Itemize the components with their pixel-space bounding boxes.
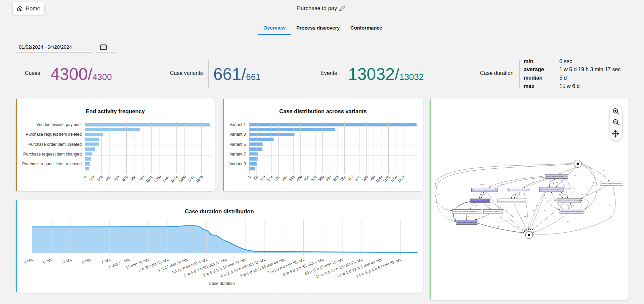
svg-text:290: 290 xyxy=(593,182,596,183)
svg-text:Purchase request item: release: Purchase request item: released xyxy=(22,162,82,166)
svg-text:870: 870 xyxy=(354,175,361,182)
svg-text:1340: 1340 xyxy=(162,175,170,183)
svg-text:1608: 1608 xyxy=(178,175,187,183)
svg-text:Purchase order item: created (: Purchase order item: created (1230) xyxy=(546,176,567,177)
svg-text:0: 0 xyxy=(247,175,252,179)
svg-text:1876: 1876 xyxy=(195,175,204,183)
svg-text:60: 60 xyxy=(556,182,558,183)
svg-text:91: 91 xyxy=(564,193,566,195)
svg-text:128: 128 xyxy=(585,193,588,195)
svg-text:1044: 1044 xyxy=(375,175,383,183)
svg-text:227: 227 xyxy=(608,205,611,206)
svg-text:1218: 1218 xyxy=(397,175,405,183)
svg-text:Variant 5: Variant 5 xyxy=(229,142,246,147)
svg-text:174: 174 xyxy=(266,175,273,182)
svg-text:134: 134 xyxy=(88,175,95,182)
svg-text:15: 15 xyxy=(506,221,508,222)
svg-text:123: 123 xyxy=(574,175,577,177)
svg-text:268: 268 xyxy=(96,175,103,182)
svg-text:696: 696 xyxy=(332,175,339,182)
svg-text:812: 812 xyxy=(347,175,354,182)
svg-text:Variant 3: Variant 3 xyxy=(229,132,246,137)
svg-text:73: 73 xyxy=(488,205,490,206)
svg-text:Vendor invoice: payment (1932): Vendor invoice: payment (1932) xyxy=(457,221,477,223)
svg-text:132: 132 xyxy=(559,193,562,195)
svg-text:Case distribution across varia: Case distribution across variants xyxy=(279,108,367,114)
svg-text:141: 141 xyxy=(552,182,555,183)
svg-text:938: 938 xyxy=(138,175,145,182)
svg-text:75: 75 xyxy=(437,193,439,195)
svg-text:0 sec: 0 sec xyxy=(62,257,73,265)
svg-text:31: 31 xyxy=(480,193,482,195)
svg-text:188: 188 xyxy=(532,210,534,212)
svg-text:79: 79 xyxy=(475,205,477,206)
svg-text:Purchase request item deleted: Purchase request item deleted (201) xyxy=(601,182,622,184)
svg-text:Purchase request item changed: Purchase request item changed xyxy=(23,152,82,157)
svg-text:74: 74 xyxy=(544,210,546,212)
svg-text:290: 290 xyxy=(281,175,288,182)
svg-text:754: 754 xyxy=(340,175,347,182)
svg-text:638: 638 xyxy=(325,175,332,182)
svg-text:1072: 1072 xyxy=(145,175,154,183)
svg-text:Purchase order item: goods rec: Purchase order item: goods receipt (377) xyxy=(472,189,497,191)
svg-text:143: 143 xyxy=(549,199,551,201)
svg-text:0: 0 xyxy=(83,175,87,179)
svg-text:1878: 1878 xyxy=(497,226,500,228)
svg-text:Purchase request item deleted: Purchase request item deleted xyxy=(26,132,82,137)
svg-text:132: 132 xyxy=(554,199,557,201)
svg-text:402: 402 xyxy=(105,175,112,182)
svg-text:522: 522 xyxy=(310,175,317,182)
svg-text:Case duration: Case duration xyxy=(209,281,235,286)
svg-text:406: 406 xyxy=(296,175,303,182)
svg-text:0 sec: 0 sec xyxy=(81,257,92,265)
svg-text:Purchase request item: refunde: Purchase request item: refunded (360) xyxy=(560,211,584,212)
svg-text:Vendor invoice changed (75): Vendor invoice changed (75) xyxy=(484,211,502,212)
svg-text:Variant 7: Variant 7 xyxy=(229,152,246,157)
svg-text:33: 33 xyxy=(514,193,516,195)
svg-text:Variant 9: Variant 9 xyxy=(229,162,246,166)
svg-text:201: 201 xyxy=(603,170,605,171)
svg-text:327: 327 xyxy=(483,193,486,195)
svg-text:71: 71 xyxy=(506,210,508,212)
svg-text:Variant 1: Variant 1 xyxy=(229,122,246,127)
svg-text:822: 822 xyxy=(567,170,570,171)
svg-text:Vendor invoice: payment block: Vendor invoice: payment block removed (7… xyxy=(453,211,481,212)
svg-text:670: 670 xyxy=(121,175,128,182)
svg-text:74: 74 xyxy=(468,215,470,217)
svg-text:86: 86 xyxy=(573,188,575,190)
svg-text:Vendor invoice: payment: Vendor invoice: payment xyxy=(36,122,82,127)
svg-text:67: 67 xyxy=(553,216,555,217)
svg-text:Purchase order item: order con: Purchase order item: order confirmation … xyxy=(498,200,526,202)
svg-text:580: 580 xyxy=(317,175,325,182)
svg-text:End activity frequency: End activity frequency xyxy=(86,108,145,114)
svg-text:0 sec: 0 sec xyxy=(23,257,34,265)
svg-text:Case duration distribution: Case duration distribution xyxy=(185,208,254,214)
svg-text:1102: 1102 xyxy=(382,175,391,183)
svg-text:133: 133 xyxy=(571,205,574,206)
svg-text:536: 536 xyxy=(113,175,120,182)
svg-text:Purchase request item: created: Purchase request item: created (557) xyxy=(558,200,580,202)
svg-text:Purchase order item: changed (: Purchase order item: changed (271) xyxy=(509,189,530,191)
svg-text:232: 232 xyxy=(273,175,281,182)
svg-text:116: 116 xyxy=(259,175,266,182)
svg-text:Purchase order item: created: Purchase order item: created xyxy=(28,142,82,147)
svg-text:348: 348 xyxy=(288,175,295,182)
svg-text:206: 206 xyxy=(536,205,539,206)
svg-text:101: 101 xyxy=(518,193,521,195)
svg-text:1160: 1160 xyxy=(390,175,398,183)
svg-text:131: 131 xyxy=(567,188,570,190)
svg-text:804: 804 xyxy=(130,175,137,182)
svg-text:1742: 1742 xyxy=(186,175,195,183)
svg-text:74: 74 xyxy=(524,215,526,217)
svg-text:7 sec: 7 sec xyxy=(100,257,111,265)
svg-text:126: 126 xyxy=(568,205,571,206)
svg-text:1206: 1206 xyxy=(153,175,162,183)
svg-text:Purchase request item changed: Purchase request item changed (512) xyxy=(540,189,563,190)
svg-text:2873: 2873 xyxy=(480,183,484,185)
svg-text:1474: 1474 xyxy=(170,175,179,183)
svg-text:30: 30 xyxy=(582,193,584,195)
svg-text:58: 58 xyxy=(253,175,259,180)
svg-text:928: 928 xyxy=(361,175,369,182)
svg-text:30: 30 xyxy=(482,216,484,217)
svg-text:67: 67 xyxy=(567,221,569,222)
